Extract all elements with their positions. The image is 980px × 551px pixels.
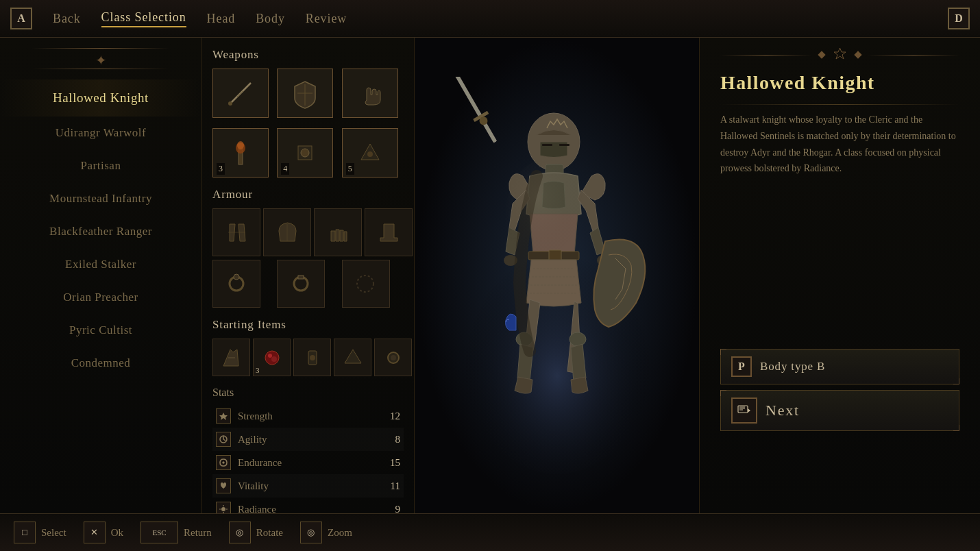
class-item-hallowed-knight[interactable]: Hallowed Knight bbox=[0, 79, 201, 117]
starting-slot-5[interactable] bbox=[374, 339, 412, 376]
deco-line-right bbox=[868, 55, 959, 56]
svg-rect-41 bbox=[542, 144, 552, 146]
stats-title: Stats bbox=[212, 387, 404, 399]
top-navigation: A Back Class Selection Head Body Review … bbox=[0, 0, 980, 38]
class-item-blackfeather-ranger[interactable]: Blackfeather Ranger bbox=[0, 215, 201, 248]
rotate-key: ◎ bbox=[229, 522, 251, 543]
starting-slot-1[interactable] bbox=[212, 339, 250, 376]
sword-icon bbox=[223, 76, 258, 110]
deco-diamond bbox=[818, 51, 825, 58]
weapon-slot-3[interactable] bbox=[342, 69, 398, 118]
svg-point-27 bbox=[391, 355, 396, 360]
panel-decoration-top: ✦ bbox=[0, 38, 201, 76]
svg-point-2 bbox=[228, 101, 232, 106]
starting-slot-3[interactable] bbox=[293, 339, 331, 376]
svg-point-31 bbox=[221, 507, 225, 511]
stat-row-agility: Agility 8 bbox=[212, 428, 404, 451]
class-item-pyric-cultist[interactable]: Pyric Cultist bbox=[0, 314, 201, 347]
stat-row-vitality: Vitality 11 bbox=[212, 474, 404, 498]
svg-point-24 bbox=[310, 355, 315, 360]
svg-rect-37 bbox=[441, 77, 497, 143]
radiance-value: 9 bbox=[383, 504, 400, 514]
vitality-label: Vitality bbox=[238, 480, 376, 492]
weapon-slot-6[interactable]: 5 bbox=[342, 128, 398, 177]
right-key-button[interactable]: D bbox=[948, 8, 970, 29]
next-button[interactable]: Next bbox=[720, 390, 959, 431]
ring3-icon bbox=[350, 269, 381, 299]
svg-point-9 bbox=[301, 149, 309, 157]
armour-slot-7[interactable] bbox=[342, 260, 390, 308]
starting-item-5-icon bbox=[380, 344, 407, 371]
class-item-condemned[interactable]: Condemned bbox=[0, 347, 201, 380]
svg-point-21 bbox=[268, 354, 272, 358]
action-rotate: ◎ Rotate bbox=[229, 522, 283, 543]
starting-slot-2[interactable]: 3 bbox=[253, 339, 291, 376]
leg-armour-icon bbox=[221, 217, 252, 248]
svg-point-49 bbox=[569, 332, 586, 346]
armour-slot-3[interactable] bbox=[314, 208, 362, 256]
info-divider bbox=[720, 104, 959, 105]
action-ok: ✕ Ok bbox=[84, 522, 123, 543]
weapon-slot-5[interactable]: 4 bbox=[277, 128, 333, 177]
starting-item-1-icon bbox=[218, 344, 245, 371]
starting-items-title: Starting Items bbox=[212, 318, 404, 332]
svg-line-1 bbox=[237, 91, 243, 97]
weapon-slot-2[interactable] bbox=[277, 69, 333, 118]
armour-slot-4[interactable] bbox=[365, 208, 413, 256]
armour-grid-row2 bbox=[212, 260, 404, 308]
next-icon bbox=[737, 403, 752, 418]
hand-icon bbox=[353, 76, 387, 110]
armour-slot-2[interactable] bbox=[263, 208, 311, 256]
left-key-button[interactable]: A bbox=[10, 8, 32, 29]
ok-key: ✕ bbox=[84, 522, 106, 543]
ring2-icon bbox=[286, 269, 317, 299]
nav-review[interactable]: Review bbox=[306, 12, 347, 26]
stat-row-radiance: Radiance 9 bbox=[212, 498, 404, 513]
class-item-exiled-stalker[interactable]: Exiled Stalker bbox=[0, 248, 201, 281]
chest-armour-icon bbox=[272, 217, 303, 248]
nav-back[interactable]: Back bbox=[53, 12, 81, 26]
stat-row-endurance: Endurance 15 bbox=[212, 451, 404, 474]
svg-marker-25 bbox=[345, 350, 361, 363]
endurance-value: 15 bbox=[383, 457, 400, 469]
p-key-indicator: P bbox=[731, 356, 752, 377]
weapon-slot-1[interactable] bbox=[212, 69, 269, 118]
strength-icon bbox=[216, 408, 231, 424]
weapons-grid-row2: 3 4 5 bbox=[212, 128, 404, 177]
svg-marker-55 bbox=[748, 408, 750, 413]
radiance-icon bbox=[216, 502, 231, 513]
starting-items-grid: 3 bbox=[212, 339, 404, 376]
esc-key: ESC bbox=[140, 522, 178, 543]
endurance-icon bbox=[216, 455, 231, 470]
armour-slot-5[interactable] bbox=[212, 260, 260, 308]
boots-icon bbox=[373, 217, 404, 248]
nav-body[interactable]: Body bbox=[256, 12, 285, 26]
gloves-icon bbox=[323, 217, 354, 248]
armour-slot-6[interactable] bbox=[277, 260, 325, 308]
action-select: □ Select bbox=[14, 522, 66, 543]
class-item-partisan[interactable]: Partisan bbox=[0, 149, 201, 182]
weapons-title: Weapons bbox=[212, 48, 404, 62]
armour-slot-1[interactable] bbox=[212, 208, 260, 256]
decoration-line-2 bbox=[32, 69, 169, 69]
weapon-slot-5-count: 4 bbox=[281, 163, 289, 175]
svg-point-11 bbox=[367, 151, 373, 157]
select-label: Select bbox=[41, 527, 66, 539]
nav-class-selection[interactable]: Class Selection bbox=[101, 10, 186, 27]
panel-decoration bbox=[720, 48, 959, 62]
class-item-orian-preacher[interactable]: Orian Preacher bbox=[0, 281, 201, 314]
svg-line-30 bbox=[223, 439, 225, 441]
class-item-mournstead-infantry[interactable]: Mournstead Infantry bbox=[0, 182, 201, 215]
nav-head[interactable]: Head bbox=[207, 12, 236, 26]
weapon-slot-4[interactable]: 3 bbox=[212, 128, 269, 177]
class-list-panel: ✦ Hallowed Knight Udirangr Warwolf Parti… bbox=[0, 38, 202, 513]
info-description: A stalwart knight whose loyalty to the C… bbox=[720, 112, 959, 177]
stat-row-strength: Strength 12 bbox=[212, 404, 404, 428]
starting-slot-4[interactable] bbox=[334, 339, 371, 376]
character-display bbox=[415, 38, 699, 513]
body-type-button[interactable]: P Body type B bbox=[720, 349, 959, 384]
class-item-udirangr-warwolf[interactable]: Udirangr Warwolf bbox=[0, 117, 201, 149]
svg-point-18 bbox=[357, 276, 373, 292]
strength-value: 12 bbox=[383, 411, 400, 422]
agility-icon bbox=[216, 432, 231, 447]
